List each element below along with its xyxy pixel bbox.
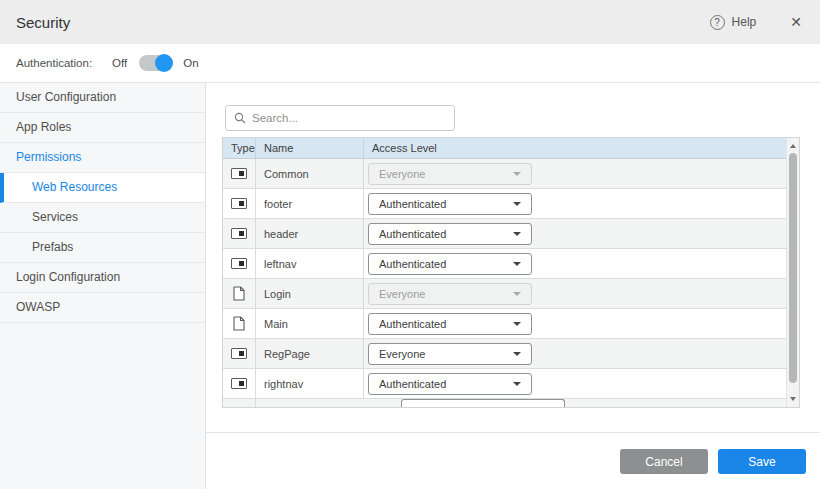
sidebar-item-app-roles[interactable]: App Roles (0, 113, 205, 143)
table-row: Main Authenticated (223, 309, 799, 339)
toggle-off-label: Off (112, 57, 127, 69)
resource-name: header (256, 219, 364, 248)
access-cell: Authenticated (364, 369, 799, 398)
sidebar-item-web-resources[interactable]: Web Resources (0, 173, 205, 203)
table-row: header Authenticated (223, 219, 799, 249)
cancel-button[interactable]: Cancel (620, 449, 708, 474)
vertical-scrollbar[interactable] (786, 138, 799, 407)
sidebar-item-label: Login Configuration (16, 270, 120, 284)
table-row: footer Authenticated (223, 189, 799, 219)
access-level-value: Everyone (379, 168, 425, 180)
sidebar-item-owasp[interactable]: OWASP (0, 293, 205, 323)
scroll-down-icon[interactable] (790, 397, 796, 401)
access-cell: Everyone (364, 279, 799, 308)
access-level-value: Authenticated (379, 228, 446, 240)
sidebar-item-label: Prefabs (32, 240, 73, 254)
access-level-select[interactable]: Everyone (368, 163, 532, 185)
access-level-value: Authenticated (379, 318, 446, 330)
resource-name: leftnav (256, 249, 364, 278)
authentication-label: Authentication: (16, 57, 92, 69)
chevron-down-icon (513, 262, 521, 266)
access-level-select[interactable]: Authenticated (368, 373, 532, 395)
search-box (225, 105, 455, 131)
save-button[interactable]: Save (718, 449, 806, 474)
access-level-select-partial (401, 399, 565, 408)
type-cell (223, 279, 256, 308)
table-row: Login Everyone (223, 279, 799, 309)
access-cell: Authenticated (364, 249, 799, 278)
page-icon (233, 316, 245, 331)
access-cell: Everyone (364, 159, 799, 188)
toggle-on-label: On (183, 57, 198, 69)
sidebar-item-prefabs[interactable]: Prefabs (0, 233, 205, 263)
table-row: Common Everyone (223, 159, 799, 189)
type-cell (223, 309, 256, 338)
authentication-toggle[interactable] (139, 55, 171, 71)
access-level-select[interactable]: Everyone (368, 283, 532, 305)
type-cell (223, 369, 256, 398)
column-header-access-level: Access Level (364, 138, 799, 158)
access-level-select[interactable]: Everyone (368, 343, 532, 365)
access-cell: Authenticated (364, 219, 799, 248)
resource-name: rightnav (256, 369, 364, 398)
type-cell (223, 219, 256, 248)
partial-icon (231, 198, 247, 209)
scrollbar-thumb[interactable] (789, 153, 797, 383)
table-row: leftnav Authenticated (223, 249, 799, 279)
access-level-value: Everyone (379, 288, 425, 300)
sidebar-item-label: Services (32, 210, 78, 224)
chevron-down-icon (513, 352, 521, 356)
sidebar-item-permissions[interactable]: Permissions (0, 143, 205, 173)
scroll-up-icon[interactable] (790, 144, 796, 148)
table-row-partial (223, 399, 799, 408)
access-level-value: Authenticated (379, 198, 446, 210)
chevron-down-icon (513, 202, 521, 206)
security-dialog: Security ? Help ✕ Authentication: Off On… (0, 0, 820, 489)
type-cell (223, 339, 256, 368)
column-header-name: Name (256, 138, 364, 158)
access-level-select[interactable]: Authenticated (368, 223, 532, 245)
search-input[interactable] (252, 112, 446, 124)
sidebar-item-label: Web Resources (32, 180, 117, 194)
sidebar: User ConfigurationApp RolesPermissionsWe… (0, 83, 206, 489)
chevron-down-icon (513, 382, 521, 386)
authentication-bar: Authentication: Off On (0, 44, 820, 83)
table-row: rightnav Authenticated (223, 369, 799, 399)
access-cell: Everyone (364, 339, 799, 368)
close-icon[interactable]: ✕ (790, 14, 802, 30)
partial-icon (231, 168, 247, 179)
table-row: RegPage Everyone (223, 339, 799, 369)
sidebar-item-label: App Roles (16, 120, 71, 134)
type-cell (223, 249, 256, 278)
sidebar-item-label: User Configuration (16, 90, 116, 104)
help-button[interactable]: Help (732, 15, 757, 29)
resources-table: Type Name Access Level Common Everyone f… (222, 137, 800, 408)
type-cell (223, 399, 256, 408)
resource-name: Main (256, 309, 364, 338)
type-cell (223, 159, 256, 188)
footer: Cancel Save (206, 432, 820, 474)
sidebar-item-login-configuration[interactable]: Login Configuration (0, 263, 205, 293)
sidebar-item-label: Permissions (16, 150, 81, 164)
access-level-select[interactable]: Authenticated (368, 253, 532, 275)
header-actions: ? Help ✕ (710, 14, 802, 30)
chevron-down-icon (513, 232, 521, 236)
table-body: Common Everyone footer Authenticated hea… (223, 159, 799, 399)
page-title: Security (16, 14, 70, 31)
column-header-type: Type (223, 138, 256, 158)
access-cell: Authenticated (364, 309, 799, 338)
access-level-value: Authenticated (379, 258, 446, 270)
page-icon (233, 286, 245, 301)
chevron-down-icon (513, 292, 521, 296)
access-cell: Authenticated (364, 189, 799, 218)
partial-icon (231, 228, 247, 239)
access-level-select[interactable]: Authenticated (368, 193, 532, 215)
window-header: Security ? Help ✕ (0, 0, 820, 44)
resource-name: Common (256, 159, 364, 188)
question-circle-icon[interactable]: ? (710, 15, 725, 30)
sidebar-item-services[interactable]: Services (0, 203, 205, 233)
sidebar-item-user-configuration[interactable]: User Configuration (0, 83, 205, 113)
access-level-value: Authenticated (379, 378, 446, 390)
access-level-select[interactable]: Authenticated (368, 313, 532, 335)
resource-name: RegPage (256, 339, 364, 368)
